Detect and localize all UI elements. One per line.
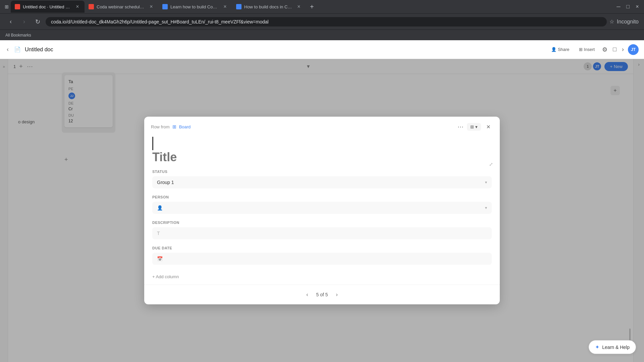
- status-field-section: STATUS Group 1 ▾: [152, 170, 492, 188]
- insert-button[interactable]: ⊞ Insert: [576, 45, 598, 54]
- status-field-label: STATUS: [152, 170, 492, 174]
- tab-favicon-2: [89, 4, 94, 9]
- user-avatar[interactable]: JT: [628, 44, 639, 55]
- add-column-label: + Add column: [152, 274, 179, 279]
- tab-close-4[interactable]: ×: [296, 4, 302, 10]
- tab-coda-webinar[interactable]: Coda webinar schedule, regist... ×: [85, 1, 158, 13]
- incognito-label: Incognito: [617, 19, 639, 25]
- next-page-button[interactable]: ›: [333, 290, 340, 299]
- settings-button[interactable]: ⚙: [601, 45, 609, 55]
- tab-title-3: Learn how to build Coda docs...: [170, 4, 219, 9]
- modal-more-button[interactable]: ⋯: [457, 122, 464, 131]
- maximize-button[interactable]: □: [624, 3, 632, 11]
- prev-page-button[interactable]: ‹: [304, 290, 311, 299]
- tab-title-1: Untitled doc · Untitled page: [23, 4, 72, 9]
- status-chevron-icon: ▾: [485, 180, 487, 185]
- reload-button[interactable]: ↻: [32, 16, 43, 27]
- tab-title-2: Coda webinar schedule, regist...: [97, 4, 146, 9]
- description-field-label: DESCRIPTION: [152, 221, 492, 225]
- learn-help-label: Learn & Help: [602, 345, 630, 350]
- sparkle-icon: ✦: [595, 344, 599, 350]
- row-from-label: Row from: [151, 124, 170, 129]
- modal-footer: ‹ 5 of 5 ›: [144, 285, 500, 304]
- tab-close-3[interactable]: ×: [222, 4, 228, 10]
- bookmarks-bar-label: All Bookmarks: [5, 33, 31, 38]
- board-icon: ⊞: [172, 124, 176, 129]
- forward-nav-button[interactable]: ›: [19, 16, 30, 27]
- tab-how-to-build[interactable]: How to build docs in Coda, cr... ×: [232, 1, 306, 13]
- expand-icon[interactable]: ⤢: [489, 162, 493, 167]
- tab-close-2[interactable]: ×: [148, 4, 154, 10]
- tab-learn-coda[interactable]: Learn how to build Coda docs... ×: [158, 1, 232, 13]
- new-tab-button[interactable]: +: [307, 2, 317, 12]
- page-indicator: 5 of 5: [316, 292, 328, 297]
- person-chevron-icon: ▾: [485, 205, 487, 210]
- board-link[interactable]: Board: [179, 124, 191, 129]
- description-field-value[interactable]: T: [152, 227, 492, 239]
- modal-body: STATUS Group 1 ▾ PERSON 👤 ▾: [144, 170, 500, 285]
- tab-group-button[interactable]: ⊞: [3, 3, 11, 11]
- description-field-icon: T: [157, 231, 160, 236]
- share-icon: 👤: [551, 47, 556, 52]
- due-date-field-label: DUE DATE: [152, 246, 492, 250]
- person-field-value[interactable]: 👤 ▾: [152, 202, 492, 214]
- row-detail-modal: Row from ⊞ Board ⋯ ⊞ ▾ ×: [144, 117, 500, 304]
- description-field-section: DESCRIPTION T: [152, 221, 492, 239]
- bookmarks-bar-all[interactable]: All Bookmarks: [5, 33, 31, 38]
- person-field-label: PERSON: [152, 195, 492, 199]
- modal-view-button[interactable]: ⊞ ▾: [467, 123, 481, 131]
- tab-untitled-doc[interactable]: Untitled doc · Untitled page ×: [11, 1, 85, 13]
- minimize-button[interactable]: ─: [614, 3, 623, 11]
- layout-button[interactable]: □: [611, 45, 618, 54]
- calendar-icon: 📅: [157, 256, 163, 261]
- close-window-button[interactable]: ×: [633, 3, 641, 11]
- person-field-icon: 👤: [157, 205, 163, 210]
- title-input[interactable]: [152, 150, 492, 164]
- modal-title-area: ⤢: [144, 134, 500, 170]
- modal-view-icon: ⊞: [470, 124, 474, 129]
- tab-close-1[interactable]: ×: [74, 4, 80, 10]
- insert-label: Insert: [584, 47, 595, 52]
- person-field-section: PERSON 👤 ▾: [152, 195, 492, 214]
- status-value-text: Group 1: [157, 180, 482, 185]
- share-button[interactable]: 👤 Share: [548, 45, 573, 54]
- insert-icon: ⊞: [579, 47, 583, 52]
- title-cursor: [152, 137, 153, 150]
- doc-icon: 📄: [14, 46, 21, 53]
- tab-favicon-4: [236, 4, 241, 9]
- due-date-field-value[interactable]: 📅: [152, 253, 492, 265]
- due-date-field-section: DUE DATE 📅: [152, 246, 492, 265]
- back-nav-button[interactable]: ‹: [5, 16, 16, 27]
- status-field-value[interactable]: Group 1 ▾: [152, 176, 492, 188]
- learn-help-button[interactable]: ✦ Learn & Help: [589, 340, 636, 354]
- modal-view-chevron: ▾: [475, 124, 478, 129]
- modal-close-button[interactable]: ×: [484, 122, 493, 131]
- address-input[interactable]: [46, 17, 607, 26]
- profile-button[interactable]: Incognito: [617, 19, 639, 25]
- app-back-button[interactable]: ‹: [5, 45, 10, 54]
- tab-title-4: How to build docs in Coda, cr...: [244, 4, 293, 9]
- tab-favicon-1: [15, 4, 20, 9]
- more-button[interactable]: ›: [621, 45, 625, 54]
- add-column-button-modal[interactable]: + Add column: [152, 272, 179, 282]
- share-label: Share: [558, 47, 570, 52]
- bookmark-button[interactable]: ☆: [609, 18, 614, 25]
- doc-title: Untitled doc: [25, 47, 53, 53]
- tab-favicon-3: [162, 4, 168, 9]
